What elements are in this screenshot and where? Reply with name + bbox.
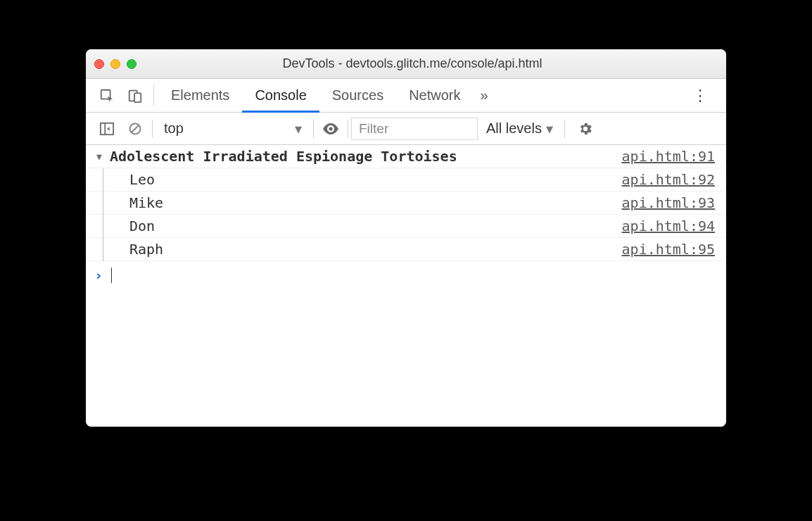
message-text: Leo [129,171,155,188]
console-message: Don api.html:94 [86,215,726,238]
message-text: Raph [129,241,163,258]
text-cursor [111,268,112,283]
panel-tabs: Elements Console Sources Network » [158,79,495,112]
chevron-down-icon: ▾ [295,120,302,137]
tree-line [103,168,103,261]
divider [564,120,565,138]
console-toolbar: top ▾ All levels ▾ [86,113,726,145]
tab-elements[interactable]: Elements [158,80,242,113]
clear-console-icon[interactable] [121,113,149,144]
live-expression-icon[interactable] [317,123,345,134]
group-label: Adolescent Irradiated Espionage Tortoise… [110,148,457,165]
console-message: Leo api.html:92 [86,168,726,192]
disclosure-triangle-icon[interactable]: ▼ [94,151,104,162]
source-link[interactable]: api.html:94 [622,218,715,234]
svg-rect-2 [134,93,141,102]
message-text: Don [129,218,155,234]
console-group-children: Leo api.html:92 Mike api.html:93 Don api… [86,168,726,261]
tab-sources[interactable]: Sources [319,80,396,113]
source-link[interactable]: api.html:91 [622,148,715,165]
divider [152,120,153,138]
chevron-down-icon: ▾ [546,120,553,137]
context-label: top [164,120,184,137]
tab-console[interactable]: Console [242,80,319,113]
close-window-button[interactable] [94,59,104,69]
show-console-sidebar-icon[interactable] [93,113,121,144]
levels-label: All levels [486,120,542,137]
titlebar: DevTools - devtools.glitch.me/console/ap… [86,49,726,79]
divider [153,84,154,106]
divider [313,120,314,138]
console-message: Mike api.html:93 [86,192,726,215]
device-toolbar-icon[interactable] [121,79,149,112]
log-levels-selector[interactable]: All levels ▾ [478,120,562,137]
console-output: ▼ Adolescent Irradiated Espionage Tortoi… [86,145,726,427]
filter-input[interactable] [351,118,478,140]
divider [348,120,348,138]
execution-context-selector[interactable]: top ▾ [156,120,310,137]
source-link[interactable]: api.html:92 [622,171,715,188]
inspect-element-icon[interactable] [93,79,121,112]
more-options-icon[interactable]: ⋮ [681,79,719,112]
tab-network[interactable]: Network [396,80,473,113]
source-link[interactable]: api.html:93 [622,194,715,211]
console-message: Raph api.html:95 [86,238,726,261]
panel-tabbar: Elements Console Sources Network » ⋮ [86,79,726,113]
prompt-caret-icon: › [94,267,103,284]
console-group-header[interactable]: ▼ Adolescent Irradiated Espionage Tortoi… [86,145,726,168]
message-text: Mike [129,194,163,211]
tabs-overflow-button[interactable]: » [474,80,495,113]
console-prompt[interactable]: › [86,261,726,289]
console-settings-icon[interactable] [568,121,603,137]
source-link[interactable]: api.html:95 [622,241,715,258]
devtools-window: DevTools - devtools.glitch.me/console/ap… [86,49,726,427]
svg-point-5 [329,127,332,130]
window-title: DevTools - devtools.glitch.me/console/ap… [107,56,718,71]
